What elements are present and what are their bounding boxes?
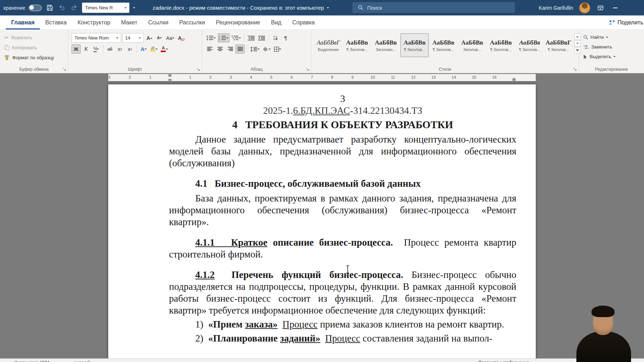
style-card[interactable]: АаБбВв¶ Заголов...: [516, 33, 544, 57]
clear-formatting-button[interactable]: А: [177, 33, 186, 42]
borders-button[interactable]: [273, 45, 282, 54]
first-line-indent-marker[interactable]: [168, 74, 172, 77]
tab-insert[interactable]: Вставка: [40, 15, 72, 29]
style-card[interactable]: АаБбВв¶ Заголов...: [343, 33, 371, 57]
chevron-down-icon: [97, 48, 99, 50]
language-indicator[interactable]: русский: [74, 359, 90, 362]
right-indent-marker[interactable]: [512, 78, 516, 81]
align-left-button[interactable]: [205, 45, 214, 54]
strikethrough-glyph: аб: [108, 47, 113, 51]
bold-button[interactable]: Ж: [72, 45, 81, 54]
ribbon-display-options-button[interactable]: [596, 3, 605, 13]
style-label: ¶ Заголов...: [490, 47, 511, 52]
more-bar-icon: [576, 49, 579, 50]
clipboard-dialog-launcher[interactable]: [62, 67, 67, 71]
paragraph[interactable]: 2025-1.6.БД.КП.ЭАС-314.22130434.ТЗ: [169, 105, 516, 117]
separator: [244, 34, 245, 42]
justify-button[interactable]: [236, 45, 245, 54]
document-title-button[interactable]: zadanie.docx - режим совместимости - Сох…: [152, 5, 329, 11]
decrease-indent-button[interactable]: [247, 33, 256, 42]
align-right-icon: [227, 47, 233, 51]
shrink-font-button[interactable]: А: [155, 33, 164, 42]
shading-button[interactable]: [262, 45, 272, 54]
undo-button[interactable]: [58, 3, 66, 13]
paragraph[interactable]: База данных, проектируемая в рамках данн…: [169, 192, 516, 228]
paragraph[interactable]: 1) «Прием заказа» Процесс приема заказов…: [169, 319, 516, 330]
font-dialog-launcher[interactable]: [196, 67, 200, 71]
paragraph[interactable]: 3: [169, 93, 516, 105]
document-page[interactable]: 32025-1.6.БД.КП.ЭАС-314.22130434.ТЗ4 ТРЕ…: [108, 84, 536, 362]
user-name[interactable]: Karim Garifullin: [539, 5, 573, 11]
format-painter-button[interactable]: Формат по образцу: [0, 52, 68, 62]
numbering-button[interactable]: 123: [218, 33, 229, 42]
paragraph[interactable]: 4 ТРЕБОВАНИЯ К ОБЪЕКТУ РАЗРАБОТКИ: [169, 119, 516, 131]
ruler-number: 1: [189, 75, 191, 79]
text-effects-button[interactable]: А: [139, 45, 148, 54]
replace-button[interactable]: Заменить: [579, 42, 644, 52]
tab-review[interactable]: Рецензирование: [210, 15, 266, 29]
word-count[interactable]: Число слов: 1594: [14, 359, 49, 362]
increase-indent-button[interactable]: [257, 33, 266, 42]
tab-home[interactable]: Главная: [6, 15, 40, 29]
cut-button[interactable]: ✂ Вырезать: [0, 32, 68, 42]
grow-font-button[interactable]: А: [145, 33, 154, 42]
save-icon: [47, 5, 53, 11]
select-button[interactable]: Выделить: [579, 52, 644, 61]
show-marks-button[interactable]: ¶: [281, 33, 290, 42]
tab-help[interactable]: Справка: [287, 15, 320, 29]
tab-design[interactable]: Конструктор: [72, 15, 116, 29]
multilevel-list-button[interactable]: [230, 33, 242, 42]
subscript-button[interactable]: х2: [115, 45, 124, 54]
style-card[interactable]: АаБбВвГВыделение: [314, 33, 342, 57]
font-size-combo[interactable]: 14: [122, 33, 144, 43]
minimize-button[interactable]: [611, 3, 620, 13]
highlight-color-button[interactable]: [149, 45, 159, 54]
strikethrough-button[interactable]: аб: [105, 45, 114, 54]
paragraph[interactable]: 4.1.2 Перечень функций бизнес-процесса. …: [169, 269, 516, 316]
bullets-button[interactable]: [205, 33, 217, 42]
sort-button[interactable]: А Я: [271, 33, 280, 42]
font-color-button[interactable]: А: [160, 45, 169, 54]
save-button[interactable]: [45, 3, 54, 13]
styles-dialog-launcher[interactable]: [573, 67, 577, 71]
style-card-selected[interactable]: АаБбВв¶ Заголов...: [401, 33, 429, 57]
redo-button[interactable]: [70, 3, 78, 13]
share-button[interactable]: Поделить: [609, 15, 644, 29]
ruler-strip[interactable]: 32112345678910111213141516: [108, 74, 536, 81]
style-card[interactable]: АаБбВвГ¶ Заголов...: [544, 33, 572, 57]
align-right-button[interactable]: [225, 45, 234, 54]
style-card[interactable]: АаБбВв¶ Заголов...: [429, 33, 457, 57]
left-indent-marker[interactable]: [168, 79, 172, 81]
autosave-toggle[interactable]: [29, 5, 42, 11]
copy-button[interactable]: Копировать: [0, 42, 68, 52]
line-spacing-button[interactable]: [249, 45, 261, 54]
tab-references[interactable]: Ссылки: [143, 15, 174, 29]
style-card[interactable]: АаБбВв¶ Заголов...: [487, 33, 515, 57]
underline-button[interactable]: Ч: [92, 45, 101, 54]
style-card[interactable]: АаБбВвЗаголово...: [372, 33, 400, 57]
display-settings-button[interactable]: Параметры отображения: [479, 359, 529, 362]
bullets-icon: [206, 35, 214, 41]
tab-layout[interactable]: Макет: [116, 15, 143, 29]
font-name-combo[interactable]: Times New Rom: [72, 33, 121, 43]
share-icon: [609, 20, 615, 25]
select-icon: [583, 54, 588, 59]
qat-font-combo[interactable]: Times New R: [82, 3, 129, 13]
paragraph[interactable]: 4.1.1 Краткое описание бизнес-процесса. …: [169, 237, 516, 260]
find-button[interactable]: Найти: [579, 32, 644, 42]
italic-button[interactable]: К: [82, 45, 91, 54]
user-avatar[interactable]: [579, 3, 590, 13]
style-card[interactable]: АаБбВвЗаголов...: [458, 33, 486, 57]
search-box[interactable]: Поиск: [352, 2, 515, 13]
paragraph-dialog-launcher[interactable]: [305, 67, 310, 71]
paragraph[interactable]: 2) «Планирование заданий» Процесс состав…: [169, 333, 516, 344]
superscript-button[interactable]: х2: [125, 45, 134, 54]
change-case-button[interactable]: Аа: [165, 33, 175, 42]
qat-customize-button[interactable]: [133, 7, 135, 9]
tab-view[interactable]: Вид: [266, 15, 287, 29]
tab-mailings[interactable]: Рассылки: [174, 15, 210, 29]
align-center-button[interactable]: [215, 45, 224, 54]
paragraph[interactable]: 4.1 Бизнес-процесс, обслуживаемый базой …: [169, 178, 516, 190]
paragraph[interactable]: Данное задание предусматривает разработк…: [169, 134, 516, 169]
superscript-index: 2: [130, 47, 132, 51]
